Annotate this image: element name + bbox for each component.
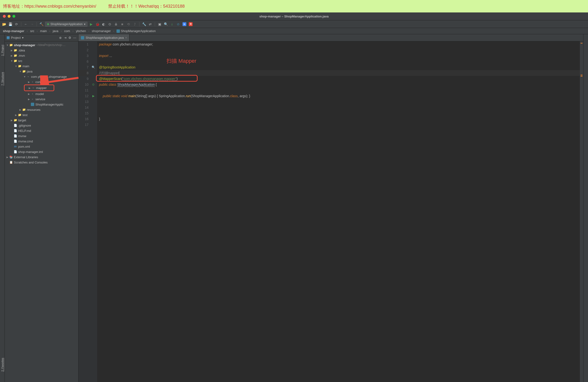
- spring-boot-icon: [47, 23, 49, 25]
- close-tab-icon[interactable]: ×: [125, 36, 127, 40]
- chevron-right-icon: ›: [72, 29, 73, 33]
- build-icon[interactable]: 🔨: [39, 22, 44, 27]
- rerun-icon[interactable]: ⟲: [126, 22, 131, 27]
- run-icon[interactable]: ▶: [88, 22, 94, 27]
- dropdown-arrow-icon: ▾: [22, 36, 24, 40]
- tree-node-mvnw-cmd[interactable]: 📄mvnw.cmd: [5, 138, 78, 144]
- tree-node-mvnw[interactable]: 📄mvnw: [5, 133, 78, 138]
- maximize-window-button[interactable]: [12, 15, 15, 18]
- translate-icon[interactable]: G: [182, 22, 187, 27]
- breadcrumb-item[interactable]: ShopManagerApplication: [115, 29, 157, 33]
- refresh-icon[interactable]: ⟳: [14, 22, 19, 27]
- locate-icon[interactable]: ⊕: [59, 36, 62, 40]
- tree-node-gitignore[interactable]: 📄.gitignore: [5, 123, 78, 128]
- tree-node-resources[interactable]: ▶📁resources: [5, 107, 78, 112]
- tree-node-src[interactable]: ▼📁src: [5, 58, 78, 64]
- code-editor[interactable]: 1 2 3 6 7 8 9 10 11 12 13 14 15 16 17 🔍 …: [79, 41, 583, 382]
- tree-node-service[interactable]: ▶▫service: [5, 96, 78, 102]
- attach-icon[interactable]: ⇊: [113, 22, 119, 27]
- dropdown-arrow-icon: ▾: [84, 22, 85, 26]
- breadcrumb-item[interactable]: main: [39, 29, 48, 33]
- exit-icon[interactable]: ⤴: [132, 22, 137, 27]
- chevron-right-icon: ›: [49, 29, 50, 33]
- chevron-right-icon: ›: [88, 29, 89, 33]
- circle-slash-icon[interactable]: ⊘: [176, 22, 181, 27]
- breadcrumb-item[interactable]: com: [63, 29, 72, 33]
- back-icon[interactable]: ←: [23, 22, 28, 27]
- java-class-icon: [81, 36, 84, 40]
- tree-node-model[interactable]: ▶▫model: [5, 91, 78, 96]
- tree-node-help[interactable]: 📄HELP.md: [5, 128, 78, 133]
- breadcrumb-item[interactable]: shop-manager: [1, 29, 26, 33]
- hide-icon[interactable]: —: [73, 36, 76, 40]
- gear-icon[interactable]: ⚙: [68, 36, 72, 40]
- tree-node-package[interactable]: ▼▫com.ybchen.shopmanage: [5, 74, 78, 79]
- open-icon[interactable]: 📂: [1, 22, 7, 27]
- class-icon: [117, 29, 120, 33]
- tree-node-target[interactable]: ▶📁target: [5, 117, 78, 123]
- stop-icon[interactable]: ■: [120, 22, 125, 27]
- debug-icon[interactable]: 🐞: [95, 22, 100, 27]
- text-cursor: [119, 71, 119, 75]
- activity-icon[interactable]: ⫰: [169, 22, 175, 27]
- left-tool-strip: 1: Project 7: Structure 2: Favorites: [0, 34, 5, 382]
- code-content[interactable]: package com.ybchen.shopmanager; import .…: [97, 41, 580, 382]
- tree-node-main[interactable]: ▼📁main: [5, 64, 78, 69]
- tree-node-java[interactable]: ▼📁java: [5, 69, 78, 74]
- sync-icon[interactable]: ⇄: [147, 22, 153, 27]
- run-configuration-selector[interactable]: ShopManagerApplication ▾: [45, 22, 87, 27]
- breadcrumb-item[interactable]: java: [51, 29, 60, 33]
- tree-node-app-class[interactable]: ShopManagerApplic: [5, 102, 78, 107]
- profile-icon[interactable]: ⊙: [107, 22, 112, 27]
- tree-node-scratches[interactable]: 📋Scratches and Consoles: [5, 160, 78, 165]
- project-tool-tab[interactable]: 1: Project: [0, 44, 4, 57]
- project-tree[interactable]: ▼📁 shop-manager ~/IdeaProjects/shop-… ▶📁…: [5, 41, 78, 382]
- project-panel-title[interactable]: Project ▾: [7, 36, 57, 40]
- project-panel-header: Project ▾ ⊕ ⇥ ⚙ —: [5, 34, 78, 41]
- tree-node-controller[interactable]: ▶▫controller: [5, 79, 78, 85]
- collapse-icon[interactable]: ⇥: [63, 36, 67, 40]
- translate2-icon[interactable]: 文: [188, 22, 193, 27]
- breadcrumb-item[interactable]: src: [29, 29, 36, 33]
- breadcrumb-item[interactable]: ybchen: [74, 29, 87, 33]
- tree-node-test[interactable]: ▶📁test: [5, 112, 78, 117]
- editor-area: ShopManagerApplication.java × 1 2 3 6 7 …: [79, 34, 583, 382]
- wrench-icon[interactable]: 🔧: [141, 22, 147, 27]
- tree-node-root[interactable]: ▼📁 shop-manager ~/IdeaProjects/shop-…: [5, 42, 78, 48]
- save-icon[interactable]: 💾: [8, 22, 13, 27]
- tree-node-ext-libraries[interactable]: ▶📚External Libraries: [5, 154, 78, 160]
- tree-node-mvn[interactable]: ▶📁.mvn: [5, 53, 78, 58]
- window-title: shop-manager – ShopManagerApplication.ja…: [259, 15, 329, 18]
- breadcrumb-item[interactable]: shopmanager: [90, 29, 112, 33]
- favorites-tool-tab[interactable]: 2: Favorites: [0, 357, 4, 372]
- run-main-gutter-icon[interactable]: ▶: [91, 94, 95, 98]
- editor-tab-active[interactable]: ShopManagerApplication.java ×: [79, 34, 129, 41]
- gutter-icons: 🔍 ⊙ ▶: [90, 41, 97, 382]
- forward-icon[interactable]: →: [29, 22, 35, 27]
- project-icon: [7, 36, 10, 39]
- navigation-breadcrumb: shop-manager › src › main › java › com ›…: [0, 28, 588, 34]
- coverage-icon[interactable]: ◐: [101, 22, 106, 27]
- close-window-button[interactable]: [3, 15, 6, 18]
- run-gutter-icon[interactable]: ⊙: [91, 83, 95, 86]
- run-config-label: ShopManagerApplication: [50, 22, 83, 26]
- right-tool-strip: [583, 34, 588, 382]
- line-number-gutter: 1 2 3 6 7 8 9 10 11 12 13 14 15 16 17: [79, 41, 90, 382]
- mapper-highlight-annotation: ▶▫mapper: [24, 85, 54, 91]
- error-stripe[interactable]: [580, 41, 583, 382]
- tree-node-pom[interactable]: mpom.xml: [5, 144, 78, 149]
- window-titlebar: shop-manager – ShopManagerApplication.ja…: [0, 12, 588, 20]
- search-icon[interactable]: 🔍: [163, 22, 168, 27]
- search-gutter-icon[interactable]: 🔍: [91, 65, 95, 69]
- chevron-right-icon: ›: [27, 29, 28, 33]
- toolbar-separator: [155, 22, 155, 26]
- structure-tool-tab[interactable]: 7: Structure: [0, 71, 4, 87]
- minimize-window-button[interactable]: [8, 15, 11, 18]
- tree-node-mapper[interactable]: ▶▫mapper: [25, 85, 54, 90]
- window-controls: [0, 15, 15, 18]
- project-tool-window: Project ▾ ⊕ ⇥ ⚙ — ▼📁 shop-manager ~/Idea…: [5, 34, 79, 382]
- tree-node-idea[interactable]: ▶📁.idea: [5, 48, 78, 53]
- tree-node-iml[interactable]: 📄shop-manager.iml: [5, 149, 78, 154]
- presentation-icon[interactable]: ▣: [157, 22, 162, 27]
- chevron-right-icon: ›: [61, 29, 62, 33]
